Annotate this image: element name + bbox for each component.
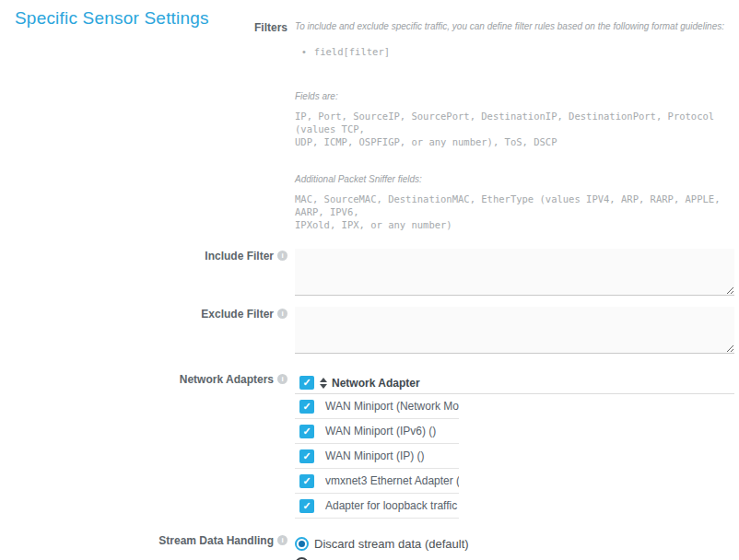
select-all-checkbox[interactable]: ✓ xyxy=(299,376,314,390)
sensor-settings-page: Specific Sensor Settings Filters To incl… xyxy=(0,0,739,560)
adapter-name: WAN Miniport (Network Monito… xyxy=(325,400,459,413)
radio-label: Discard stream data (default) xyxy=(314,537,469,551)
exclude-filter-input[interactable] xyxy=(295,307,734,354)
adapter-column-header[interactable]: Network Adapter xyxy=(332,377,420,390)
bullet-icon: • xyxy=(302,45,306,58)
adapter-checkbox[interactable]: ✓ xyxy=(299,474,314,488)
include-filter-input[interactable] xyxy=(295,249,734,296)
info-icon[interactable]: i xyxy=(277,374,287,384)
filters-row: Filters To include and exclude specific … xyxy=(0,20,734,231)
adapter-row: ✓ WAN Miniport (IPv6) () xyxy=(295,419,459,444)
radio-icon xyxy=(295,557,309,560)
filter-format-example: field[filter] xyxy=(314,45,390,58)
adapter-name: WAN Miniport (IP) () xyxy=(325,449,425,462)
exclude-filter-label: Exclude Filter xyxy=(201,308,274,321)
network-adapters-row: Network Adapters i ✓ Network Adapter ✓ W… xyxy=(0,372,734,519)
include-filter-row: Include Filter i xyxy=(0,249,734,296)
radio-discard-stream-data[interactable]: Discard stream data (default) xyxy=(295,533,734,554)
sort-desc-icon xyxy=(320,384,327,389)
adapter-checkbox[interactable]: ✓ xyxy=(299,499,314,513)
include-filter-label: Include Filter xyxy=(205,250,274,262)
include-filter-label-cell: Include Filter i xyxy=(0,249,287,262)
sort-arrows-icon[interactable] xyxy=(320,378,327,389)
adapter-checkbox[interactable]: ✓ xyxy=(299,400,314,414)
stream-data-handling-row: Stream Data Handling i Discard stream da… xyxy=(0,533,734,560)
adapter-table: ✓ Network Adapter ✓ WAN Miniport (Networ… xyxy=(295,372,734,519)
adapter-row: ✓ WAN Miniport (Network Monito… xyxy=(295,394,459,419)
info-icon[interactable]: i xyxy=(277,535,287,545)
adapter-name: WAN Miniport (IPv6) () xyxy=(325,425,436,438)
network-adapters-label-cell: Network Adapters i xyxy=(0,372,287,386)
adapter-checkbox[interactable]: ✓ xyxy=(299,425,314,438)
additional-fields-heading: Additional Packet Sniffer fields: xyxy=(295,173,734,186)
filters-label-cell: Filters xyxy=(0,20,287,34)
sort-asc-icon xyxy=(320,378,327,382)
adapter-checkbox[interactable]: ✓ xyxy=(299,449,314,463)
info-icon[interactable]: i xyxy=(277,251,287,261)
network-adapters-label: Network Adapters xyxy=(180,373,274,386)
radio-label: Store stream data only for the 'Other' c… xyxy=(314,557,556,560)
adapter-row: ✓ Adapter for loopback traffic ca… xyxy=(295,494,459,519)
exclude-filter-row: Exclude Filter i xyxy=(0,307,734,354)
settings-form: Filters To include and exclude specific … xyxy=(0,20,734,560)
stream-data-handling-label-cell: Stream Data Handling i xyxy=(0,533,287,547)
info-icon[interactable]: i xyxy=(277,309,287,319)
additional-fields-list: MAC, SourceMAC, DestinationMAC, EtherTyp… xyxy=(295,192,734,231)
adapter-name: vmxnet3 Ethernet Adapter (fe8… xyxy=(325,474,459,487)
radio-store-other-channel[interactable]: Store stream data only for the 'Other' c… xyxy=(295,554,734,560)
fields-heading: Fields are: xyxy=(295,90,734,103)
adapter-row: ✓ WAN Miniport (IP) () xyxy=(295,444,459,469)
stream-data-handling-label: Stream Data Handling xyxy=(158,534,274,547)
filters-bullet-line: • field[filter] xyxy=(302,45,734,58)
stream-options-group: Discard stream data (default) Store stre… xyxy=(295,533,734,560)
filters-help: To include and exclude specific traffic,… xyxy=(295,20,734,231)
adapter-row: ✓ vmxnet3 Ethernet Adapter (fe8… xyxy=(295,469,459,494)
filters-intro-text: To include and exclude specific traffic,… xyxy=(295,20,734,33)
fields-list: IP, Port, SourceIP, SourcePort, Destinat… xyxy=(295,110,734,148)
exclude-filter-label-cell: Exclude Filter i xyxy=(0,307,287,321)
filters-label: Filters xyxy=(254,21,287,34)
adapter-table-header: ✓ Network Adapter xyxy=(295,372,734,394)
adapter-name: Adapter for loopback traffic ca… xyxy=(325,499,459,512)
radio-icon xyxy=(295,537,309,551)
